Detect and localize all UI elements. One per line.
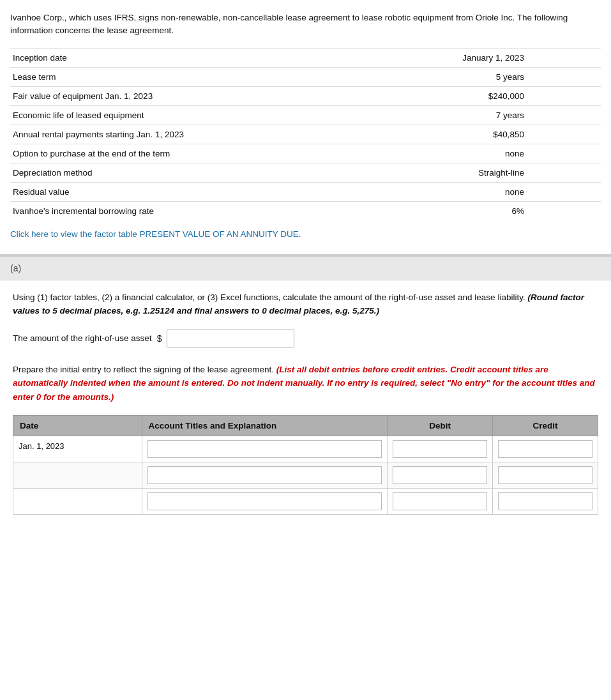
info-value: none	[365, 144, 601, 163]
journal-credit-cell[interactable]	[493, 436, 598, 462]
journal-account-input[interactable]	[147, 440, 382, 458]
info-label: Option to purchase at the end of the ter…	[10, 144, 365, 163]
top-section: Ivanhoe Corp., which uses IFRS, signs no…	[0, 0, 611, 255]
journal-date	[13, 489, 142, 515]
journal-credit-cell[interactable]	[493, 489, 598, 515]
journal-debit-cell[interactable]	[388, 436, 493, 462]
journal-credit-input[interactable]	[498, 466, 592, 484]
journal-table: Date Account Titles and Explanation Debi…	[13, 415, 598, 515]
rou-label: The amount of the right-of-use asset	[13, 333, 152, 343]
dollar-sign: $	[157, 333, 162, 344]
info-label: Economic life of leased equipment	[10, 105, 365, 125]
intro-text: Ivanhoe Corp., which uses IFRS, signs no…	[10, 11, 601, 38]
journal-account-input[interactable]	[147, 466, 382, 484]
info-row: Option to purchase at the end of the ter…	[10, 144, 601, 163]
journal-account-cell[interactable]	[142, 462, 388, 489]
info-row: Ivanhoe's incremental borrowing rate 6%	[10, 201, 601, 220]
info-label: Depreciation method	[10, 163, 365, 182]
journal-debit-input[interactable]	[393, 492, 487, 510]
journal-credit-input[interactable]	[498, 440, 592, 458]
journal-date	[13, 462, 142, 489]
info-label: Lease term	[10, 67, 365, 86]
journal-row	[13, 462, 598, 489]
section-a-label: (a)	[10, 263, 21, 273]
journal-debit-input[interactable]	[393, 466, 487, 484]
header-debit: Debit	[388, 416, 493, 436]
instruction-main: Using (1) factor tables, (2) a financial…	[13, 293, 525, 302]
rou-asset-row: The amount of the right-of-use asset $	[13, 330, 598, 347]
factor-table-link[interactable]: Click here to view the factor table PRES…	[10, 229, 601, 239]
header-credit: Credit	[493, 416, 598, 436]
journal-account-cell[interactable]	[142, 436, 388, 462]
journal-header-row: Date Account Titles and Explanation Debi…	[13, 416, 598, 436]
info-row: Inception date January 1, 2023	[10, 48, 601, 67]
journal-account-cell[interactable]	[142, 489, 388, 515]
journal-credit-input[interactable]	[498, 492, 592, 510]
journal-account-input[interactable]	[147, 492, 382, 510]
info-value: 5 years	[365, 67, 601, 86]
prepare-main: Prepare the initial entry to reflect the…	[13, 365, 274, 374]
info-label: Ivanhoe's incremental borrowing rate	[10, 201, 365, 220]
info-row: Residual value none	[10, 182, 601, 201]
section-a-header: (a)	[0, 256, 611, 280]
journal-date: Jan. 1, 2023	[13, 436, 142, 462]
header-account: Account Titles and Explanation	[142, 416, 388, 436]
lease-info-table: Inception date January 1, 2023 Lease ter…	[10, 48, 601, 220]
instruction-text: Using (1) factor tables, (2) a financial…	[13, 291, 598, 318]
info-value: none	[365, 182, 601, 201]
info-value: January 1, 2023	[365, 48, 601, 67]
rou-asset-input[interactable]	[167, 330, 294, 347]
info-value: $40,850	[365, 125, 601, 144]
info-row: Lease term 5 years	[10, 67, 601, 86]
info-label: Annual rental payments starting Jan. 1, …	[10, 125, 365, 144]
info-row: Depreciation method Straight-line	[10, 163, 601, 182]
info-value: 6%	[365, 201, 601, 220]
header-date: Date	[13, 416, 142, 436]
journal-debit-input[interactable]	[393, 440, 487, 458]
info-value: Straight-line	[365, 163, 601, 182]
journal-credit-cell[interactable]	[493, 462, 598, 489]
info-label: Inception date	[10, 48, 365, 67]
journal-debit-cell[interactable]	[388, 489, 493, 515]
journal-debit-cell[interactable]	[388, 462, 493, 489]
info-row: Fair value of equipment Jan. 1, 2023 $24…	[10, 86, 601, 105]
prepare-text: Prepare the initial entry to reflect the…	[13, 363, 598, 404]
info-value: 7 years	[365, 105, 601, 125]
section-a-body: Using (1) factor tables, (2) a financial…	[0, 280, 611, 526]
info-row: Economic life of leased equipment 7 year…	[10, 105, 601, 125]
journal-row: Jan. 1, 2023	[13, 436, 598, 462]
info-label: Fair value of equipment Jan. 1, 2023	[10, 86, 365, 105]
journal-row	[13, 489, 598, 515]
info-row: Annual rental payments starting Jan. 1, …	[10, 125, 601, 144]
info-value: $240,000	[365, 86, 601, 105]
info-label: Residual value	[10, 182, 365, 201]
